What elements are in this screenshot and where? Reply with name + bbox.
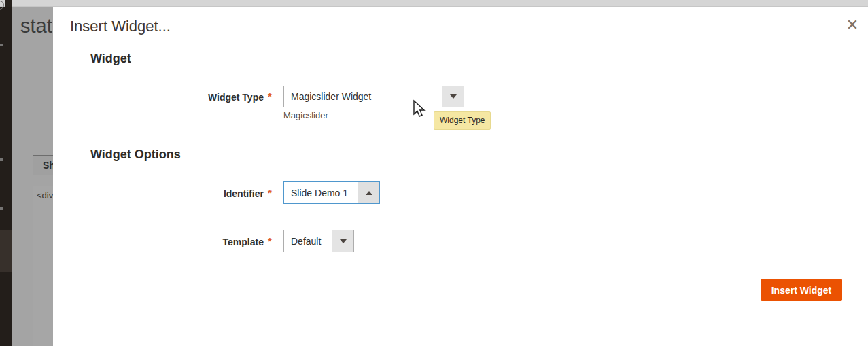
chevron-down-icon [450,94,457,99]
page-divider [12,56,53,56]
mouse-cursor-icon [411,99,426,120]
content-textarea-fragment[interactable]: <div [33,186,53,346]
chevron-down-icon [340,239,347,243]
template-dropdown-button[interactable] [332,230,353,252]
section-heading-widget-options: Widget Options [90,148,181,162]
close-icon[interactable]: ✕ [844,16,861,34]
modal-title: Insert Widget... [70,18,171,35]
identifier-selected-value: Slide Demo 1 [284,182,358,203]
chevron-up-icon [366,191,372,195]
sidebar-glyph-fragment [0,44,3,46]
widget-type-select[interactable]: Magicslider Widget [283,86,464,107]
show-hide-editor-button-fragment[interactable]: Sh [33,155,53,175]
sidebar-active-item-fragment [0,230,12,272]
identifier-select[interactable]: Slide Demo 1 [283,181,380,204]
admin-sidebar-dimmed [0,7,12,346]
required-asterisk: * [268,90,272,102]
template-selected-value: Default [284,230,332,252]
required-asterisk: * [268,235,272,247]
widget-type-note: Magicslider [283,110,328,120]
insert-widget-button[interactable]: Insert Widget [761,279,842,301]
template-select[interactable]: Default [283,230,354,252]
screen: stat Sh <div Insert Widget... ✕ Widget W… [0,0,868,346]
identifier-dropdown-button[interactable] [358,182,379,203]
identifier-label: Identifier [53,188,264,199]
template-label: Template [53,237,264,247]
widget-type-dropdown-button[interactable] [442,86,464,107]
sidebar-top-fragment [5,0,12,7]
top-page-strip [0,0,868,7]
required-asterisk: * [268,187,272,198]
page-title-fragment: stat [20,15,52,37]
widget-type-label: Widget Type [53,92,264,103]
page-behind-modal: stat Sh <div [12,7,53,346]
insert-widget-modal: Insert Widget... ✕ Widget Widget Type * … [53,7,868,346]
section-heading-widget: Widget [90,52,131,66]
sidebar-glyph-fragment [0,207,3,210]
sidebar-glyph-fragment [0,158,3,161]
widget-type-tooltip: Widget Type [434,111,491,130]
